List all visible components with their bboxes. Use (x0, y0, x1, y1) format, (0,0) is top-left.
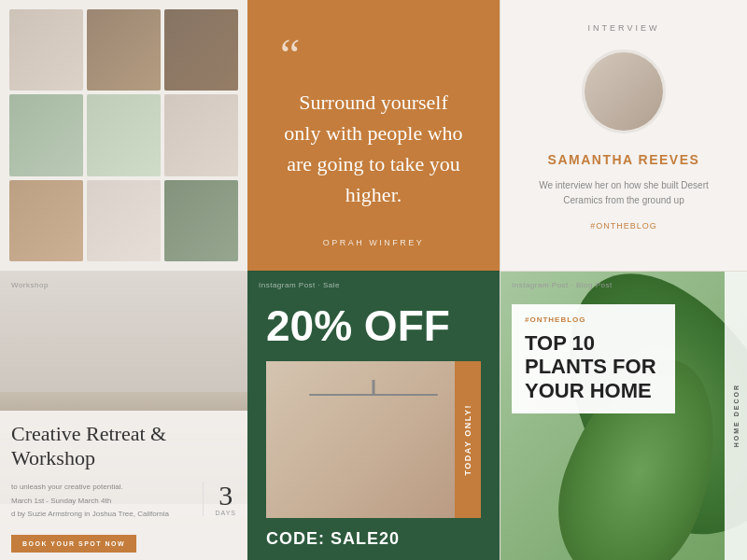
photo-cell-8 (87, 180, 161, 261)
interview-hashtag: #ONTHEBLOG (590, 221, 657, 231)
blog-side-label: HOME DECOR (725, 272, 747, 560)
avatar-image (585, 52, 663, 131)
days-label: DAYS (215, 510, 236, 516)
days-number: 3 (215, 482, 236, 510)
photo-cell-9 (164, 180, 238, 261)
workshop-card-label: Workshop (11, 281, 49, 289)
sale-footer: CODE: SALE20 (247, 518, 500, 560)
blog-title: TOP 10 PLANTS FOR YOUR HOME (525, 331, 662, 402)
photo-cell-4 (9, 94, 83, 175)
blog-content-box: #ONTHEBLOG TOP 10 PLANTS FOR YOUR HOME (512, 304, 675, 413)
quote-mark-icon: “ (280, 33, 300, 77)
workshop-days: 3 DAYS (203, 482, 236, 516)
quote-author: OPRAH WINFREY (323, 238, 425, 247)
sale-card: Instagram Post · Sale 20% OFF TODAY ONLY… (247, 271, 500, 560)
quote-card: “ Surround yourself only with people who… (247, 0, 500, 271)
code-label: CODE: (266, 529, 325, 548)
main-grid: “ Surround yourself only with people who… (0, 0, 747, 560)
today-only-badge: TODAY ONLY! (455, 361, 481, 518)
blog-tag: #ONTHEBLOG (525, 315, 662, 324)
book-spot-button[interactable]: BOOK YOUR SPOT NOW (11, 535, 136, 553)
photo-cell-2 (87, 9, 161, 91)
photo-cell-6 (164, 94, 238, 175)
avatar (582, 49, 666, 133)
photo-cell-1 (9, 9, 83, 91)
sale-code: CODE: SALE20 (266, 529, 481, 549)
photo-cell-7 (9, 180, 83, 261)
photo-cell-5 (87, 94, 161, 175)
workshop-content: Creative Retreat & Workshop to unleash y… (0, 411, 247, 560)
workshop-title: Creative Retreat & Workshop (11, 422, 236, 471)
interview-description: We interview her on how she built Desert… (519, 178, 728, 208)
interview-card: INTERVIEW SAMANTHA REEVES We interview h… (500, 0, 747, 271)
blog-card-label: Instagram Post · Blog Post (512, 281, 613, 289)
blog-category-label: HOME DECOR (733, 384, 740, 447)
workshop-location: d by Suzie Armstrong in Joshua Tree, Cal… (11, 509, 191, 519)
sale-card-label: Instagram Post · Sale (259, 281, 340, 289)
quote-text: Surround yourself only with people who a… (280, 87, 467, 210)
workshop-tagline: to unleash your creative potential. (11, 482, 191, 492)
sale-product-image: TODAY ONLY! (266, 361, 481, 518)
workshop-card: Workshop Creative Retreat & Workshop to … (0, 271, 247, 560)
clothes-rack-image (266, 361, 481, 518)
photo-cell-3 (164, 9, 238, 91)
code-value: SALE20 (331, 529, 400, 548)
photo-grid-card (0, 0, 247, 271)
today-only-text: TODAY ONLY! (463, 404, 472, 476)
workshop-details: to unleash your creative potential. Marc… (11, 482, 236, 522)
interview-label: INTERVIEW (588, 23, 660, 33)
workshop-info: to unleash your creative potential. Marc… (11, 482, 191, 522)
workshop-dates: March 1st - Sunday March 4th (11, 496, 191, 506)
blog-card: Instagram Post · Blog Post #ONTHEBLOG TO… (500, 271, 747, 560)
interview-name: SAMANTHA REEVES (548, 152, 700, 167)
sale-percent-off: 20% OFF (266, 304, 481, 347)
